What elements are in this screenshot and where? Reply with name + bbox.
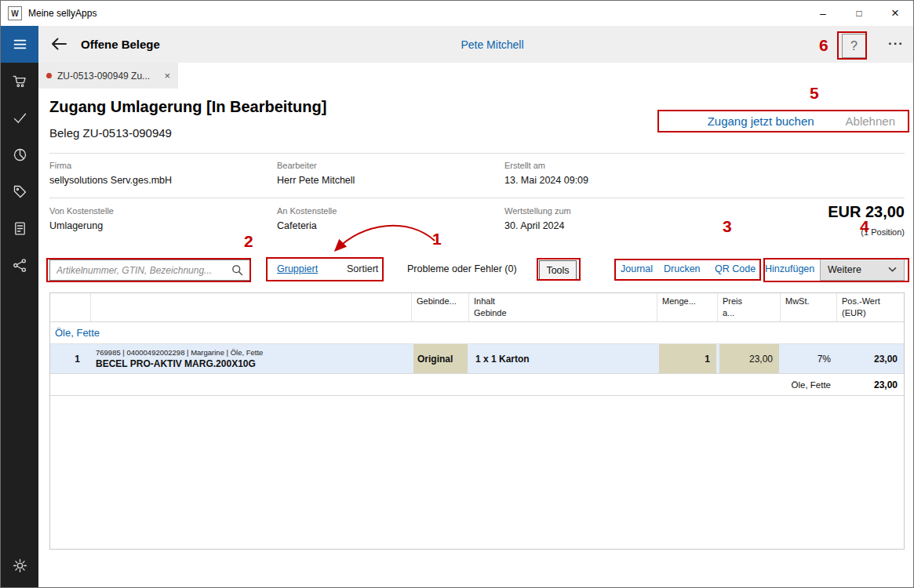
help-button[interactable]: ? [842,34,866,58]
erstellt-value: 13. Mai 2024 09:09 [504,175,588,186]
row-gebinde[interactable]: Original [412,344,469,373]
settings-gear-icon [12,557,28,574]
back-arrow-icon [49,34,68,53]
an-kostenstelle-value: Cafeteria [277,220,317,231]
sidebar-item-cart[interactable] [1,63,38,100]
col-article [91,293,412,321]
row-mwst: 7% [781,344,837,373]
divider [49,198,905,198]
erstellt-label: Erstellt am [504,161,545,170]
total-amount: EUR 23,00 [828,203,905,221]
wertstellung-value: 30. April 2024 [504,220,564,231]
window-title: Meine sellyApps [28,8,96,19]
tab-label: ZU-0513-090949 Zu... [57,71,150,82]
row-menge[interactable]: 1 [657,344,718,373]
wertstellung-label: Wertstellung zum [504,206,571,216]
share-network-icon [12,257,28,274]
tab-strip: ZU-0513-090949 Zu... × [38,63,914,89]
tab-close-icon[interactable]: × [158,70,170,82]
reject-button[interactable]: Ablehnen [846,114,895,128]
unsaved-dot-icon [46,73,52,78]
sidebar-item-share[interactable] [1,247,38,284]
positions-table: Gebinde... Inhalt Gebinde Menge... Preis… [49,292,905,550]
von-kostenstelle-label: Von Kostenstelle [49,206,114,216]
an-kostenstelle-label: An Kostenstelle [277,206,337,216]
more-options-button[interactable]: ··· [888,36,904,52]
hamburger-menu-icon [12,36,28,53]
table-header-row: Gebinde... Inhalt Gebinde Menge... Preis… [50,293,904,322]
print-link[interactable]: Drucken [664,263,701,274]
col-menge: Menge... [657,293,718,321]
divider [49,153,905,154]
sidebar [1,26,38,588]
sidebar-item-tags[interactable] [1,173,38,210]
journal-link[interactable]: Journal [621,263,653,274]
back-button[interactable] [49,34,68,53]
close-button[interactable]: × [877,1,913,26]
sidebar-item-statistics[interactable] [1,136,38,173]
window-controls: – □ × [805,1,913,26]
col-gebinde: Gebinde... [412,293,469,321]
row-wert: 23,00 [837,344,904,373]
pie-chart-icon [12,147,28,163]
search-icon[interactable] [231,263,244,277]
hamburger-menu-button[interactable] [1,26,38,63]
col-number [50,293,91,321]
document-number: Beleg ZU-0513-090949 [49,126,172,140]
tag-icon [12,183,28,200]
summary-value: 23,00 [837,374,904,395]
problems-status: Probleme oder Fehler (0) [407,263,517,274]
row-article: 769985 | 04000492002298 | Margarine | Öl… [91,344,412,373]
sorted-toggle[interactable]: Sortiert [347,263,378,274]
group-header-row[interactable]: Öle, Fette [50,322,904,344]
document-content: Zugang Umlagerung [In Bearbeitung] Zugan… [38,89,914,588]
document-title: Zugang Umlagerung [In Bearbeitung] [49,98,326,116]
grouped-toggle[interactable]: Gruppiert [277,263,318,274]
qr-code-link[interactable]: QR Code [715,263,756,274]
sidebar-item-journal[interactable] [1,210,38,247]
app-logo-icon: W [8,6,22,20]
weitere-label: Weitere [828,264,861,275]
add-link[interactable]: Hinzufügen [765,263,814,274]
book-receipt-button[interactable]: Zugang jetzt buchen [708,114,814,128]
bearbeiter-label: Bearbeiter [277,161,317,170]
cart-icon [12,73,28,89]
maximize-button[interactable]: □ [841,1,877,26]
command-bar: Offene Belege Pete Mitchell ? ··· [38,26,914,63]
document-actions: Zugang jetzt buchen Ablehnen [708,114,895,128]
user-name[interactable]: Pete Mitchell [70,38,914,51]
col-inhalt: Inhalt Gebinde [469,293,657,321]
col-pos-wert: Pos.-Wert (EUR) [837,293,904,321]
firma-label: Firma [49,161,71,170]
von-kostenstelle-value: Umlagerung [49,220,103,231]
sidebar-item-tasks[interactable] [1,100,38,136]
sidebar-item-settings[interactable] [1,547,38,584]
group-summary-row: Öle, Fette 23,00 [50,374,904,396]
row-preis[interactable]: 23,00 [718,344,781,373]
row-inhalt: 1 x 1 Karton [469,344,657,373]
checkmark-icon [12,110,28,126]
col-preis: Preis a... [718,293,781,321]
titlebar: W Meine sellyApps – □ × [1,1,913,26]
tab-document[interactable]: ZU-0513-090949 Zu... × [38,63,178,89]
chevron-down-icon [888,267,897,273]
summary-label: Öle, Fette [50,374,837,395]
bearbeiter-value: Herr Pete Mitchell [277,175,355,186]
table-row[interactable]: 1 769985 | 04000492002298 | Margarine | … [50,344,904,374]
article-name: BECEL PRO-AKTIV MARG.200X10G [96,358,256,369]
minimize-button[interactable]: – [805,1,841,26]
article-info: 769985 | 04000492002298 | Margarine | Öl… [96,348,263,358]
col-mwst: MwSt. [781,293,837,321]
search-input[interactable] [49,260,250,281]
position-count: (1 Position) [861,227,905,237]
app-window: W Meine sellyApps – □ × [0,0,914,588]
journal-book-icon [12,220,28,237]
row-position: 1 [50,344,91,373]
weitere-dropdown[interactable]: Weitere [820,259,905,281]
tools-button[interactable]: Tools [539,260,577,280]
firma-value: sellysolutions Serv.ges.mbH [49,175,172,186]
